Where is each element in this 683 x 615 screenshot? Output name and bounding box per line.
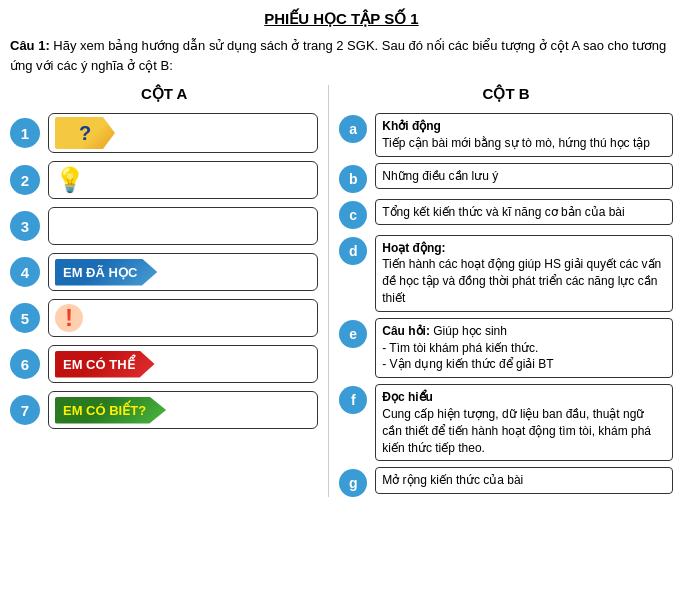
letter-circle-e: e — [339, 320, 367, 348]
b-box-a-bold: Khởi động — [382, 119, 441, 133]
num-circle-7: 7 — [10, 395, 40, 425]
lightbulb-icon: 💡 — [55, 166, 85, 194]
b-box-f-text: Cung cấp hiện tượng, dữ liệu ban đầu, th… — [382, 407, 651, 455]
em-da-hoc-label: EM ĐÃ HỌC — [55, 259, 157, 286]
question-text: Hãy xem bảng hướng dẫn sử dụng sách ở tr… — [10, 38, 666, 73]
b-box-e-line1: - Tìm tòi khám phá kiến thức. — [382, 341, 538, 355]
col-a-box-6: EM CÓ THỂ — [48, 345, 318, 383]
page-title: PHIẾU HỌC TẬP SỐ 1 — [10, 10, 673, 28]
col-a-row-7: 7 EM CÓ BIẾT? — [10, 391, 318, 429]
b-box-c-text: Tổng kết kiến thức và kĩ năng cơ bản của… — [382, 205, 624, 219]
col-a-row-6: 6 EM CÓ THỂ — [10, 345, 318, 383]
col-b-row-e: e Câu hỏi: Giúp học sinh - Tìm tòi khám … — [339, 318, 673, 378]
col-a-box-4: EM ĐÃ HỌC — [48, 253, 318, 291]
col-a-row-3: 3 — [10, 207, 318, 245]
col-b-row-a: a Khởi động Tiếp cận bài mới bằng sự tò … — [339, 113, 673, 157]
num-circle-6: 6 — [10, 349, 40, 379]
b-box-e-line2: - Vận dụng kiến thức để giải BT — [382, 357, 553, 371]
col-a-box-1: ? — [48, 113, 318, 153]
col-b-row-b: b Những điều cần lưu ý — [339, 163, 673, 193]
col-a-box-2: 💡 — [48, 161, 318, 199]
col-b-box-c: Tổng kết kiến thức và kĩ năng cơ bản của… — [375, 199, 673, 226]
b-box-g-text: Mở rộng kiến thức của bài — [382, 473, 523, 487]
intro-text: Câu 1: Hãy xem bảng hướng dẫn sử dụng sá… — [10, 36, 673, 75]
col-b-box-a: Khởi động Tiếp cận bài mới bằng sự tò mò… — [375, 113, 673, 157]
letter-circle-f: f — [339, 386, 367, 414]
col-b-box-d: Hoạt động: Tiến hành các hoạt động giúp … — [375, 235, 673, 312]
b-box-e-intro: Giúp học sinh — [433, 324, 507, 338]
em-co-biet-label: EM CÓ BIẾT? — [55, 397, 166, 424]
question-shape-icon: ? — [55, 117, 115, 149]
col-b-row-g: g Mở rộng kiến thức của bài — [339, 467, 673, 497]
column-b: CỘT B a Khởi động Tiếp cận bài mới bằng … — [328, 85, 673, 497]
col-a-items: 1 ? 2 💡 3 4 — [10, 113, 318, 429]
b-box-b-text: Những điều cần lưu ý — [382, 169, 498, 183]
col-a-row-5: 5 ! — [10, 299, 318, 337]
num-circle-3: 3 — [10, 211, 40, 241]
b-box-d-text: Tiến hành các hoạt động giúp HS giải quy… — [382, 257, 661, 305]
exclamation-icon: ! — [55, 304, 83, 332]
question-label: Câu 1: — [10, 38, 50, 53]
col-b-items: a Khởi động Tiếp cận bài mới bằng sự tò … — [339, 113, 673, 497]
col-b-box-b: Những điều cần lưu ý — [375, 163, 673, 190]
em-co-the-label: EM CÓ THỂ — [55, 351, 155, 378]
col-b-row-f: f Đọc hiểu Cung cấp hiện tượng, dữ liệu … — [339, 384, 673, 461]
col-b-box-f: Đọc hiểu Cung cấp hiện tượng, dữ liệu ba… — [375, 384, 673, 461]
num-circle-1: 1 — [10, 118, 40, 148]
col-b-box-g: Mở rộng kiến thức của bài — [375, 467, 673, 494]
letter-circle-d: d — [339, 237, 367, 265]
b-box-d-bold: Hoạt động: — [382, 241, 445, 255]
letter-circle-g: g — [339, 469, 367, 497]
col-a-row-2: 2 💡 — [10, 161, 318, 199]
col-a-box-5: ! — [48, 299, 318, 337]
b-box-a-text: Tiếp cận bài mới bằng sự tò mò, hứng thú… — [382, 136, 650, 150]
col-b-header: CỘT B — [339, 85, 673, 103]
col-b-box-e: Câu hỏi: Giúp học sinh - Tìm tòi khám ph… — [375, 318, 673, 378]
col-a-row-1: 1 ? — [10, 113, 318, 153]
num-circle-4: 4 — [10, 257, 40, 287]
col-a-header: CỘT A — [10, 85, 318, 103]
col-a-box-3 — [48, 207, 318, 245]
num-circle-5: 5 — [10, 303, 40, 333]
letter-circle-c: c — [339, 201, 367, 229]
letter-circle-b: b — [339, 165, 367, 193]
col-b-row-d: d Hoạt động: Tiến hành các hoạt động giú… — [339, 235, 673, 312]
col-b-row-c: c Tổng kết kiến thức và kĩ năng cơ bản c… — [339, 199, 673, 229]
num-circle-2: 2 — [10, 165, 40, 195]
b-box-f-bold: Đọc hiểu — [382, 390, 433, 404]
col-a-box-7: EM CÓ BIẾT? — [48, 391, 318, 429]
col-a-row-4: 4 EM ĐÃ HỌC — [10, 253, 318, 291]
column-a: CỘT A 1 ? 2 💡 3 — [10, 85, 328, 497]
letter-circle-a: a — [339, 115, 367, 143]
b-box-e-bold: Câu hỏi: — [382, 324, 430, 338]
